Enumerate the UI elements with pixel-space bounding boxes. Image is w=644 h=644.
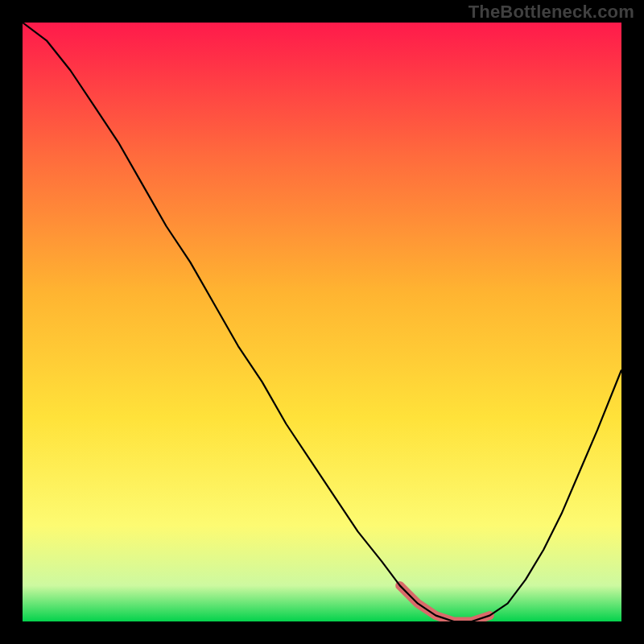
gradient-background xyxy=(23,23,621,621)
chart-container: TheBottleneck.com xyxy=(0,0,644,644)
attribution-text: TheBottleneck.com xyxy=(469,2,634,23)
plot-area xyxy=(23,23,621,621)
bottleneck-chart xyxy=(23,23,621,621)
